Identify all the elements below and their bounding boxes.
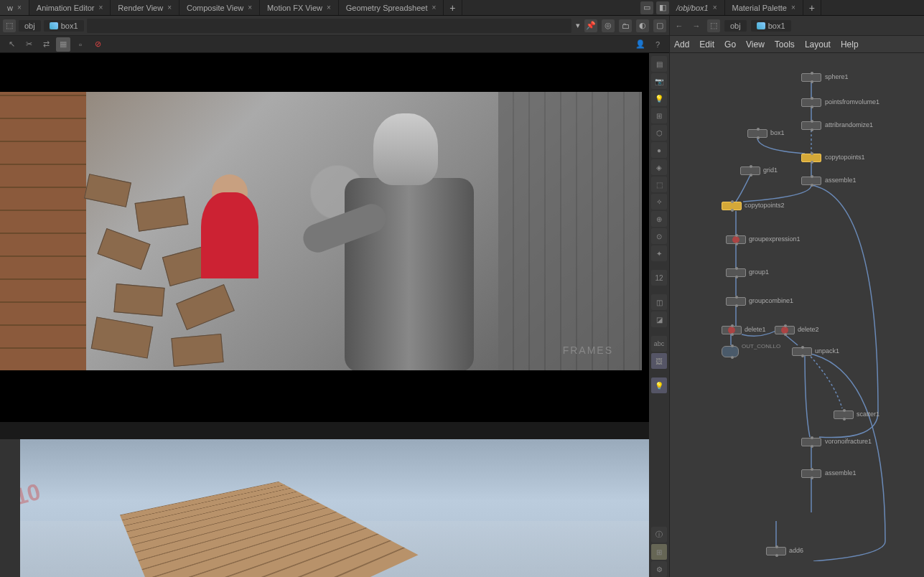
menu-help[interactable]: Help bbox=[841, 39, 859, 50]
folder-icon[interactable]: 🗀 bbox=[619, 19, 632, 32]
path-box1[interactable]: box1 bbox=[751, 20, 791, 32]
add-tab-button[interactable]: + bbox=[803, 0, 821, 15]
tab-composite-view[interactable]: Composite View× bbox=[179, 0, 260, 15]
tab-geometry-spreadsheet[interactable]: Geometry Spreadsheet× bbox=[339, 0, 444, 15]
grid-icon[interactable]: ⊞ bbox=[651, 108, 667, 123]
camera-icon[interactable]: 📷 bbox=[651, 73, 667, 89]
menu-layout[interactable]: Layout bbox=[805, 39, 831, 50]
ghost-icon[interactable]: ◈ bbox=[651, 159, 667, 175]
disp-opt2-icon[interactable]: ◪ bbox=[651, 311, 667, 327]
select-tool-icon[interactable]: ↖ bbox=[4, 37, 19, 52]
move-tool-icon[interactable]: ⇄ bbox=[39, 37, 53, 52]
dropdown-arrow-icon[interactable]: ▾ bbox=[574, 21, 582, 30]
shelf-icon[interactable]: ▤ bbox=[651, 56, 667, 72]
menu-view[interactable]: View bbox=[746, 39, 765, 50]
window-icon[interactable]: ▭ bbox=[640, 1, 653, 14]
close-icon[interactable]: × bbox=[17, 4, 22, 11]
menu-tools[interactable]: Tools bbox=[775, 39, 795, 50]
nav-back-icon[interactable]: ← bbox=[673, 19, 686, 32]
node-delete1[interactable] bbox=[722, 326, 742, 334]
node-box1[interactable] bbox=[747, 129, 767, 138]
globe-icon bbox=[732, 236, 739, 243]
wire-icon[interactable]: ⬡ bbox=[651, 125, 667, 141]
node-group1[interactable] bbox=[726, 268, 746, 277]
node-grid1[interactable] bbox=[740, 166, 760, 175]
pin-icon[interactable]: 📌 bbox=[584, 19, 597, 32]
node-groupexpression1[interactable] bbox=[726, 235, 746, 244]
bone-icon[interactable]: ⟡ bbox=[651, 194, 667, 210]
network-menu-bar: Add Edit Go View Tools Layout Help bbox=[670, 36, 924, 53]
tab-obj-box1[interactable]: /obj/box1× bbox=[669, 0, 725, 15]
num-display[interactable]: 12 bbox=[651, 270, 667, 286]
nav-back-icon[interactable]: ⬚ bbox=[3, 19, 16, 32]
menu-add[interactable]: Add bbox=[674, 39, 689, 50]
node-pointsfromvolume1[interactable] bbox=[801, 98, 821, 107]
node-assemble1[interactable] bbox=[801, 177, 821, 185]
render-viewport[interactable]: FRAMES bbox=[0, 53, 669, 422]
tab-render-view[interactable]: Render View× bbox=[111, 0, 179, 15]
square-icon[interactable]: ▢ bbox=[653, 19, 666, 32]
person-icon[interactable]: 👤 bbox=[633, 37, 648, 52]
path-obj[interactable]: obj bbox=[724, 20, 747, 32]
menu-edit[interactable]: Edit bbox=[699, 39, 714, 50]
xray-icon[interactable]: ⬚ bbox=[651, 177, 667, 192]
close-icon[interactable]: × bbox=[432, 4, 437, 11]
path-bar: ⬚ obj box1 ▾ 📌 ◎ 🗀 ◐ ▢ bbox=[0, 16, 669, 36]
settings-icon[interactable]: ⚙ bbox=[651, 561, 667, 577]
node-copytopoints2[interactable] bbox=[722, 202, 742, 210]
snap-icon[interactable]: ⊙ bbox=[651, 228, 667, 244]
image-icon[interactable]: 🖼 bbox=[651, 353, 667, 369]
path-dropdown[interactable] bbox=[87, 19, 571, 33]
lasso-tool-icon[interactable]: ✂ bbox=[22, 37, 36, 52]
close-icon[interactable]: × bbox=[167, 4, 172, 11]
path-obj[interactable]: obj bbox=[19, 20, 41, 32]
origin-icon[interactable]: ✦ bbox=[651, 245, 667, 261]
node-graph[interactable]: sphere1 pointsfromvolume1 attribrandomiz… bbox=[670, 53, 924, 561]
info-icon[interactable]: ⓘ bbox=[651, 527, 667, 543]
node-sphere1[interactable] bbox=[801, 73, 821, 82]
node-assemble2[interactable] bbox=[801, 469, 821, 478]
display-icon[interactable]: ◐ bbox=[636, 19, 649, 32]
menu-go[interactable]: Go bbox=[724, 39, 736, 50]
label-icon[interactable]: abc bbox=[651, 336, 667, 352]
bulb-icon[interactable]: 💡 bbox=[651, 377, 667, 393]
nav-forward-icon[interactable]: → bbox=[690, 19, 703, 32]
node-scatter1[interactable] bbox=[834, 411, 854, 419]
disp-opt-icon[interactable]: ◫ bbox=[651, 294, 667, 310]
grid2-icon[interactable]: ⊞ bbox=[651, 544, 667, 560]
node-unpack1[interactable] bbox=[792, 347, 812, 356]
help-icon[interactable]: ? bbox=[650, 37, 665, 52]
light-icon[interactable]: 💡 bbox=[651, 90, 667, 106]
close-icon[interactable]: × bbox=[327, 4, 331, 11]
const-icon[interactable]: ⊕ bbox=[651, 211, 667, 227]
shade-icon[interactable]: ● bbox=[651, 142, 667, 158]
path-box1[interactable]: box1 bbox=[44, 20, 84, 32]
node-copytopoints1[interactable] bbox=[801, 154, 821, 162]
add-tab-button[interactable]: + bbox=[444, 0, 462, 15]
target-icon[interactable]: ◎ bbox=[602, 19, 615, 32]
close-icon[interactable]: × bbox=[791, 4, 795, 11]
node-add6[interactable] bbox=[766, 547, 786, 555]
node-out-conllo[interactable] bbox=[722, 346, 739, 357]
label-pointsfromvolume1: pointsfromvolume1 bbox=[825, 98, 879, 105]
label-delete2: delete2 bbox=[798, 326, 819, 333]
node-delete2[interactable] bbox=[775, 326, 795, 334]
node-voronoifracture1[interactable] bbox=[801, 438, 821, 446]
window-icon2[interactable]: ◧ bbox=[656, 1, 669, 14]
nav-home-icon[interactable]: ⬚ bbox=[707, 19, 720, 32]
label-copytopoints1: copytopoints1 bbox=[825, 154, 865, 161]
tab-w[interactable]: w× bbox=[0, 0, 29, 15]
close-icon[interactable]: × bbox=[248, 4, 252, 11]
tab-motion-fx-view[interactable]: Motion FX View× bbox=[260, 0, 339, 15]
close-icon[interactable]: × bbox=[713, 4, 717, 11]
node-attribrandomize1[interactable] bbox=[801, 121, 821, 130]
scene-viewport[interactable]: -10 Left mouse tumbles. Middle pans. Rig… bbox=[0, 439, 649, 577]
node-groupcombine1[interactable] bbox=[726, 297, 746, 306]
tab-material-palette[interactable]: Material Palette× bbox=[725, 0, 803, 15]
tab-animation-editor[interactable]: Animation Editor× bbox=[29, 0, 111, 15]
label-scatter1: scatter1 bbox=[857, 411, 879, 418]
record-icon[interactable]: ⊘ bbox=[90, 37, 105, 52]
close-icon[interactable]: × bbox=[99, 4, 103, 11]
box-tool-icon[interactable]: ▫ bbox=[73, 37, 88, 52]
shading-tool-icon[interactable]: ▦ bbox=[56, 37, 70, 52]
